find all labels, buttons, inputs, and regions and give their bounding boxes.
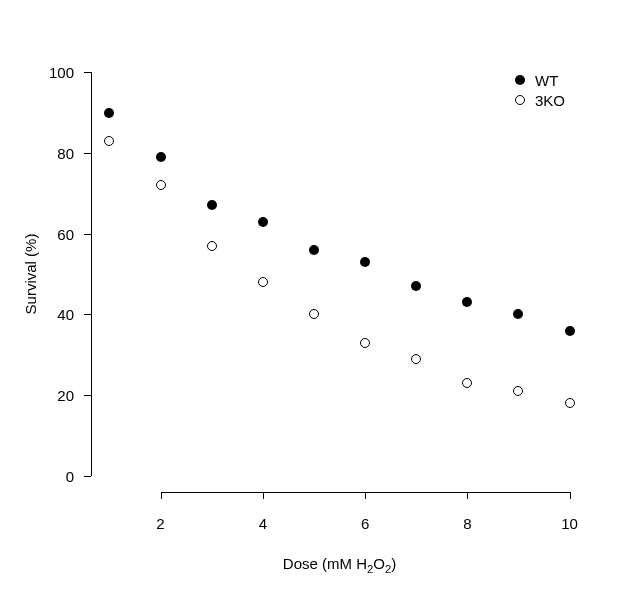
x-axis-title: Dose (mM H2O2) — [283, 555, 396, 572]
data-point — [360, 338, 370, 348]
plot-area — [91, 56, 588, 492]
data-point — [309, 245, 319, 255]
data-point — [258, 277, 268, 287]
y-tick — [84, 314, 91, 315]
data-point — [309, 309, 319, 319]
x-tick-label: 2 — [156, 515, 164, 532]
legend-label: WT — [535, 72, 558, 89]
legend-row: 3KO — [515, 90, 565, 110]
y-tick-label: 0 — [0, 467, 74, 484]
data-point — [462, 297, 472, 307]
y-tick-label: 100 — [0, 64, 74, 81]
x-tick-label: 4 — [259, 515, 267, 532]
data-point — [462, 378, 472, 388]
y-tick-label: 80 — [0, 144, 74, 161]
chart-stage: 246810 020406080100 Dose (mM H2O2) Survi… — [0, 0, 628, 591]
data-point — [104, 136, 114, 146]
data-point — [411, 281, 421, 291]
data-point — [513, 309, 523, 319]
y-axis-line — [91, 72, 92, 476]
data-point — [156, 180, 166, 190]
x-tick — [570, 492, 571, 499]
legend-label: 3KO — [535, 92, 565, 109]
data-point — [207, 200, 217, 210]
x-tick-label: 6 — [361, 515, 369, 532]
y-tick — [84, 153, 91, 154]
y-tick — [84, 395, 91, 396]
y-axis-title: Survival (%) — [22, 234, 39, 315]
data-point — [565, 398, 575, 408]
legend-row: WT — [515, 70, 565, 90]
data-point — [565, 326, 575, 336]
data-point — [513, 386, 523, 396]
legend: WT3KO — [515, 70, 565, 110]
data-point — [156, 152, 166, 162]
data-point — [360, 257, 370, 267]
data-point — [411, 354, 421, 364]
y-tick-label: 20 — [0, 387, 74, 404]
data-point — [104, 108, 114, 118]
x-tick — [467, 492, 468, 499]
x-tick — [161, 492, 162, 499]
x-tick — [365, 492, 366, 499]
data-point — [258, 217, 268, 227]
y-tick — [84, 476, 91, 477]
x-tick-label: 8 — [463, 515, 471, 532]
data-point — [207, 241, 217, 251]
y-tick — [84, 234, 91, 235]
x-tick — [263, 492, 264, 499]
y-tick — [84, 72, 91, 73]
legend-symbol-open-icon — [515, 95, 525, 105]
x-tick-label: 10 — [561, 515, 578, 532]
legend-symbol-closed-icon — [515, 75, 525, 85]
